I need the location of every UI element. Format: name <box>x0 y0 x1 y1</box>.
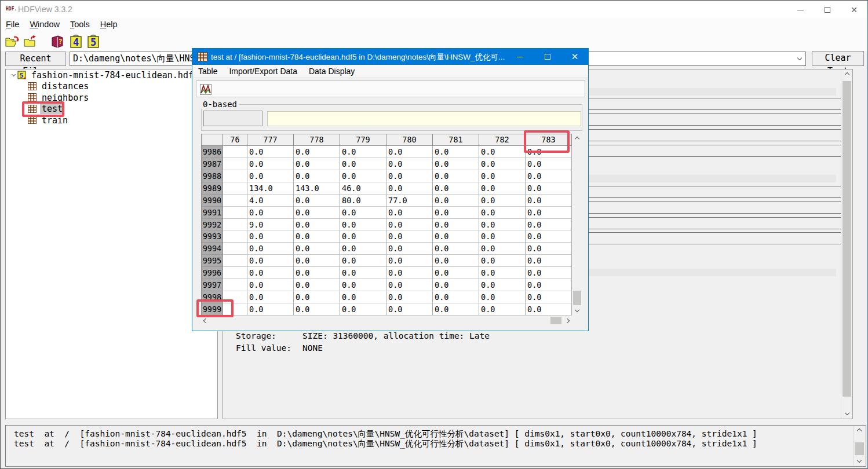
close-button[interactable]: ✕ <box>845 4 863 16</box>
table-cell[interactable]: 0.0 <box>479 146 526 158</box>
combo-dropdown-icon[interactable] <box>794 52 805 65</box>
table-cell[interactable]: 0.0 <box>386 279 433 291</box>
table-cell[interactable]: 0.0 <box>386 230 433 243</box>
table-cell[interactable]: 0.0 <box>386 291 433 303</box>
table-cell[interactable]: 0.0 <box>479 279 526 291</box>
cell-selection-input[interactable] <box>204 111 262 126</box>
table-cell[interactable]: 80.0 <box>340 195 386 207</box>
table-cell[interactable]: 0.0 <box>247 146 294 158</box>
maximize-button[interactable] <box>819 4 836 16</box>
table-cell[interactable]: 0.0 <box>247 230 294 243</box>
row-header-9987[interactable]: 9987 <box>201 158 223 170</box>
dialog-menu-import-export-data[interactable]: Import/Export Data <box>223 65 303 76</box>
table-cell[interactable] <box>223 219 247 231</box>
table-cell[interactable]: 0.0 <box>247 267 294 279</box>
table-cell[interactable]: 0.0 <box>479 195 526 207</box>
table-cell[interactable]: 0.0 <box>433 243 479 255</box>
table-cell[interactable] <box>223 243 247 255</box>
table-cell[interactable]: 0.0 <box>433 291 479 303</box>
tree-item-neighbors[interactable]: neighbors <box>28 92 217 104</box>
dialog-menu-data-display[interactable]: Data Display <box>303 65 360 76</box>
table-cell[interactable]: 0.0 <box>479 207 526 219</box>
table-cell[interactable]: 0.0 <box>526 230 572 243</box>
table-vertical-scrollbar[interactable] <box>572 134 582 316</box>
column-header-76[interactable]: 76 <box>223 134 247 146</box>
table-cell[interactable]: 0.0 <box>340 146 386 158</box>
table-cell[interactable]: 0.0 <box>340 207 386 219</box>
table-cell[interactable]: 0.0 <box>526 303 572 316</box>
table-cell[interactable]: 0.0 <box>247 158 294 170</box>
scroll-up-icon[interactable] <box>572 134 582 144</box>
table-cell[interactable] <box>223 230 247 243</box>
table-cell[interactable]: 0.0 <box>433 219 479 231</box>
dialog-maximize-button[interactable] <box>536 49 559 65</box>
table-cell[interactable]: 0.0 <box>479 219 526 231</box>
table-cell[interactable]: 0.0 <box>526 267 572 279</box>
row-header-9999[interactable]: 9999 <box>201 303 223 316</box>
table-cell[interactable]: 0.0 <box>526 158 572 170</box>
scroll-down-icon[interactable] <box>854 456 865 466</box>
table-cell[interactable]: 0.0 <box>294 279 340 291</box>
table-cell[interactable]: 0.0 <box>340 170 386 182</box>
scroll-left-icon[interactable] <box>201 316 210 325</box>
table-cell[interactable]: 0.0 <box>433 195 479 207</box>
row-header-9988[interactable]: 9988 <box>201 170 223 182</box>
help-book-icon[interactable]: ? <box>49 34 65 50</box>
table-cell[interactable]: 0.0 <box>386 243 433 255</box>
table-cell[interactable]: 0.0 <box>294 146 340 158</box>
table-cell[interactable]: 0.0 <box>294 230 340 243</box>
table-cell[interactable]: 0.0 <box>479 291 526 303</box>
cell-value-field[interactable] <box>267 111 581 126</box>
tree-item-test[interactable]: test <box>28 104 217 115</box>
table-cell[interactable] <box>223 291 247 303</box>
table-corner-header[interactable] <box>201 134 223 146</box>
minimize-button[interactable] <box>792 4 809 16</box>
table-cell[interactable]: 0.0 <box>386 303 433 316</box>
scroll-right-icon[interactable] <box>563 316 572 325</box>
menu-file[interactable]: File <box>1 18 24 31</box>
table-cell[interactable]: 0.0 <box>247 243 294 255</box>
table-cell[interactable]: 0.0 <box>340 243 386 255</box>
table-cell[interactable]: 0.0 <box>386 267 433 279</box>
row-header-9989[interactable]: 9989 <box>201 182 223 195</box>
table-cell[interactable]: 0.0 <box>433 207 479 219</box>
table-cell[interactable] <box>223 255 247 267</box>
table-cell[interactable]: 0.0 <box>433 158 479 170</box>
table-cell[interactable]: 0.0 <box>526 207 572 219</box>
table-cell[interactable]: 0.0 <box>340 158 386 170</box>
table-horizontal-scrollbar[interactable] <box>201 316 572 325</box>
table-cell[interactable]: 0.0 <box>247 303 294 316</box>
table-cell[interactable]: 0.0 <box>526 279 572 291</box>
table-cell[interactable]: 0.0 <box>247 255 294 267</box>
table-cell[interactable]: 0.0 <box>294 207 340 219</box>
table-cell[interactable]: 0.0 <box>294 291 340 303</box>
table-cell[interactable]: 0.0 <box>479 243 526 255</box>
dialog-menu-table[interactable]: Table <box>192 65 223 76</box>
table-cell[interactable] <box>223 195 247 207</box>
scroll-up-icon[interactable] <box>841 69 852 80</box>
table-cell[interactable]: 0.0 <box>433 146 479 158</box>
table-cell[interactable]: 0.0 <box>247 279 294 291</box>
dialog-minimize-button[interactable] <box>508 49 531 65</box>
table-cell[interactable]: 0.0 <box>294 243 340 255</box>
table-cell[interactable]: 0.0 <box>294 195 340 207</box>
table-cell[interactable]: 0.0 <box>294 219 340 231</box>
row-header-9997[interactable]: 9997 <box>201 279 223 291</box>
table-cell[interactable] <box>223 158 247 170</box>
table-cell[interactable]: 0.0 <box>433 303 479 316</box>
close-file-icon[interactable] <box>23 34 39 50</box>
table-cell[interactable] <box>223 170 247 182</box>
table-cell[interactable]: 0.0 <box>526 170 572 182</box>
table-cell[interactable]: 0.0 <box>340 267 386 279</box>
line-plot-icon[interactable] <box>199 83 212 96</box>
row-header-9991[interactable]: 9991 <box>201 207 223 219</box>
table-cell[interactable]: 0.0 <box>433 182 479 195</box>
status-log-scrollbar[interactable] <box>853 426 865 466</box>
table-cell[interactable]: 0.0 <box>433 230 479 243</box>
table-cell[interactable]: 0.0 <box>386 207 433 219</box>
table-cell[interactable]: 0.0 <box>526 182 572 195</box>
table-cell[interactable]: 0.0 <box>479 255 526 267</box>
scroll-down-icon[interactable] <box>572 305 582 316</box>
cell-selection-field[interactable] <box>203 111 262 126</box>
table-cell[interactable]: 0.0 <box>433 170 479 182</box>
